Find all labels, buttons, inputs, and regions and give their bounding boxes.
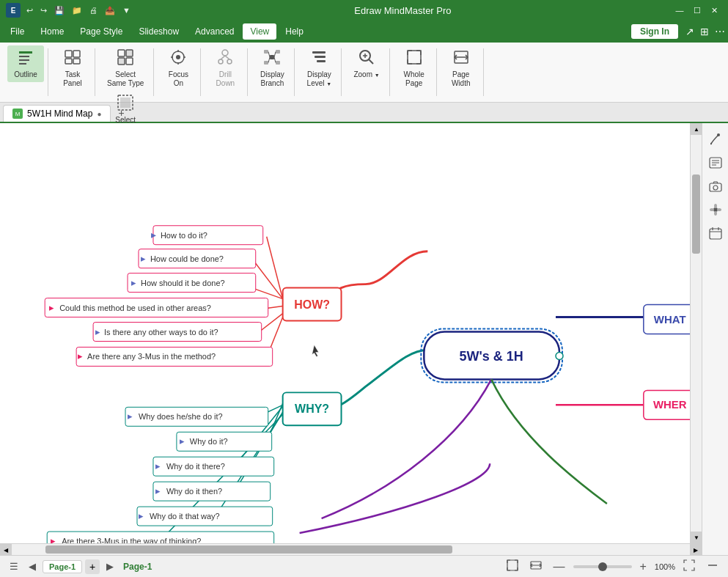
select-same-type-button[interactable]: Select Same Type xyxy=(101,45,150,91)
page-width-button[interactable]: Page Width xyxy=(443,45,479,91)
menu-help[interactable]: Help xyxy=(278,23,311,40)
svg-rect-27 xyxy=(270,55,274,59)
svg-line-33 xyxy=(274,52,276,58)
svg-text:▸: ▸ xyxy=(180,435,185,446)
scroll-up-btn[interactable]: ▲ xyxy=(691,123,702,135)
zoom-in-btn[interactable]: + xyxy=(636,558,650,576)
open-btn[interactable]: 📁 xyxy=(69,4,85,17)
svg-text:WHAT: WHAT xyxy=(654,313,686,326)
undo-btn[interactable]: ↩ xyxy=(23,4,36,17)
menu-slideshow[interactable]: Slideshow xyxy=(131,23,186,40)
drill-down-button[interactable]: Drill Down xyxy=(207,45,243,91)
title-bar-left: E ↩ ↪ 💾 📁 🖨 📤 ▼ xyxy=(6,3,133,18)
focus-on-button[interactable]: Focus On xyxy=(160,45,196,91)
svg-text:Why does he/she do it?: Why does he/she do it? xyxy=(139,412,223,421)
scroll-v-track[interactable] xyxy=(691,135,702,532)
outline-icon xyxy=(17,48,34,69)
app-title: Edraw MindMaster Pro xyxy=(354,5,451,16)
sidebar-toggle-btn[interactable]: ☰ xyxy=(6,559,22,574)
list-panel-icon[interactable] xyxy=(705,152,726,173)
whole-page-button[interactable]: Whole Page xyxy=(396,45,433,91)
canvas[interactable]: HOW? How to do it? ▸ How could be done? … xyxy=(0,123,702,555)
next-page-btn[interactable]: ▶ xyxy=(103,559,117,574)
svg-rect-28 xyxy=(264,50,268,54)
svg-rect-15 xyxy=(120,98,130,108)
tab-close-btn[interactable]: ● xyxy=(97,110,101,118)
calendar-panel-icon[interactable] xyxy=(705,223,726,243)
select-all-icon xyxy=(117,94,134,114)
scroll-down-btn[interactable]: ▼ xyxy=(691,532,702,543)
drill-down-label: Drill Down xyxy=(216,70,235,88)
task-panel-button[interactable]: Task Panel xyxy=(54,45,91,91)
add-page-btn[interactable]: + xyxy=(85,559,100,574)
scroll-h-track[interactable] xyxy=(12,544,690,555)
svg-text:Could this method be used in o: Could this method be used in other areas… xyxy=(59,304,211,312)
select-same-type-icon xyxy=(117,48,134,69)
page-tab-display[interactable]: Page-1 xyxy=(43,560,82,573)
minimize-view-btn[interactable] xyxy=(703,557,722,576)
prev-page-btn[interactable]: ◀ xyxy=(25,559,40,574)
svg-text:▸: ▸ xyxy=(49,302,54,313)
ribbon-group-select: Select Same Type Select All ▼ xyxy=(97,43,154,102)
camera-panel-icon[interactable] xyxy=(705,176,726,196)
menu-file[interactable]: File xyxy=(3,23,32,40)
menu-home[interactable]: Home xyxy=(33,23,71,40)
svg-rect-31 xyxy=(276,61,280,65)
fit-page-btn[interactable] xyxy=(503,557,522,576)
zoom-thumb[interactable] xyxy=(598,562,607,571)
close-btn[interactable]: ✕ xyxy=(707,3,722,18)
zoom-percent-label: 100% xyxy=(655,562,675,571)
zoom-out-btn[interactable]: — xyxy=(550,558,569,576)
collab-icon[interactable]: ⊞ xyxy=(700,26,709,37)
menu-advanced[interactable]: Advanced xyxy=(188,23,241,40)
horizontal-scrollbar[interactable]: ◀ ▶ xyxy=(0,543,702,555)
display-level-button[interactable]: Display Level ▼ xyxy=(301,45,337,91)
brush-panel-icon[interactable] xyxy=(705,129,726,150)
svg-point-17 xyxy=(176,55,180,59)
svg-rect-7 xyxy=(73,51,80,57)
scroll-v-thumb[interactable] xyxy=(692,174,700,254)
svg-rect-13 xyxy=(126,58,133,65)
svg-line-32 xyxy=(268,52,270,58)
outline-button[interactable]: Outline xyxy=(7,45,44,82)
flower-panel-icon[interactable] xyxy=(705,199,726,220)
display-level-label: Display Level ▼ xyxy=(307,70,332,88)
maximize-btn[interactable]: ☐ xyxy=(690,3,705,18)
task-panel-label: Task Panel xyxy=(63,70,82,88)
svg-line-26 xyxy=(225,56,229,59)
display-level-icon xyxy=(310,48,328,69)
svg-rect-37 xyxy=(315,56,326,58)
ribbon-group-outline: Outline xyxy=(3,43,48,102)
minimize-btn[interactable]: — xyxy=(672,3,687,18)
save-btn[interactable]: 💾 xyxy=(51,4,67,17)
qa-more-btn[interactable]: ▼ xyxy=(120,4,133,16)
zoom-track[interactable] xyxy=(573,565,632,568)
menu-view[interactable]: View xyxy=(243,23,276,40)
ribbon-group-page-width: Page Width xyxy=(438,43,484,102)
scroll-right-btn[interactable]: ▶ xyxy=(690,544,702,556)
fit-width-btn[interactable] xyxy=(526,557,545,576)
apps-icon[interactable]: ⋯ xyxy=(715,26,725,37)
share-icon[interactable]: ↗ xyxy=(685,26,694,37)
scroll-left-btn[interactable]: ◀ xyxy=(0,544,12,556)
svg-point-118 xyxy=(713,185,718,190)
svg-line-47 xyxy=(252,259,283,299)
tab-icon: M xyxy=(12,109,23,119)
export-btn[interactable]: 📤 xyxy=(102,4,118,17)
redo-btn[interactable]: ↪ xyxy=(37,4,50,17)
sign-in-button[interactable]: Sign In xyxy=(631,24,678,39)
zoom-button[interactable]: Zoom ▼ xyxy=(348,45,385,82)
print-btn[interactable]: 🖨 xyxy=(87,4,100,16)
display-branch-button[interactable]: Display Branch xyxy=(254,45,290,91)
scroll-h-thumb[interactable] xyxy=(45,545,452,554)
app-logo: E xyxy=(6,3,21,18)
menu-page-style[interactable]: Page Style xyxy=(73,23,130,40)
svg-text:▸: ▸ xyxy=(155,485,161,496)
tab-5w1h[interactable]: M 5W1H Mind Map ● xyxy=(3,105,111,122)
vertical-scrollbar[interactable]: ▲ ▼ xyxy=(690,123,702,543)
svg-rect-128 xyxy=(507,560,518,570)
page-selector: ◀ Page-1 + ▶ xyxy=(25,559,117,574)
fullscreen-btn[interactable] xyxy=(680,557,699,576)
svg-point-23 xyxy=(218,59,223,64)
drill-down-icon xyxy=(216,48,234,69)
